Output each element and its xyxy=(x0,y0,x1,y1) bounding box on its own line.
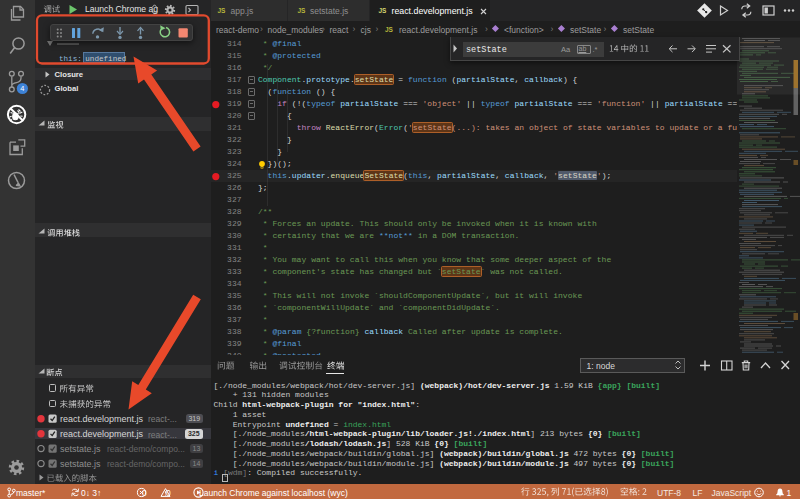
svg-text:4: 4 xyxy=(20,84,24,93)
svg-text:1: 1 xyxy=(787,488,792,498)
